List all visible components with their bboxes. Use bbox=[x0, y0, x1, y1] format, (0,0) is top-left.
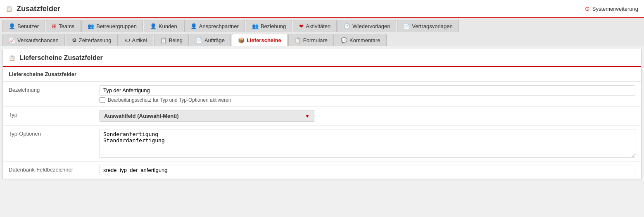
datenbank-field bbox=[100, 165, 635, 175]
wiedervorlagen-label: Wiedervorlagen bbox=[352, 23, 390, 29]
beziehung-icon bbox=[252, 23, 259, 29]
tab-beziehung[interactable]: Beziehung bbox=[246, 20, 292, 32]
bezeichnung-label: Bezeichnung bbox=[9, 85, 100, 93]
ansprechpartner-label: Ansprechpartner bbox=[199, 23, 239, 29]
dropdown-arrow-icon: ▼ bbox=[305, 113, 310, 119]
tab-betreuergruppen[interactable]: Betreuergruppen bbox=[81, 20, 143, 32]
header-left: Zusatzfelder bbox=[6, 5, 60, 13]
system-extension[interactable]: Systemerweiterung bbox=[585, 5, 638, 12]
bezeichnung-field: Bearbeitungsschutz für Typ und Typ-Optio… bbox=[100, 85, 635, 103]
verkaufschancen-label: Verkaufschancen bbox=[17, 37, 59, 43]
artikel-label: Artikel bbox=[132, 37, 147, 43]
kunden-label: Kunden bbox=[159, 23, 177, 29]
checkbox-label: Bearbeitungsschutz für Typ und Typ-Optio… bbox=[108, 97, 231, 103]
tab-row-1: BenutzerTeamsBetreuergruppenKundenAnspre… bbox=[0, 18, 644, 32]
betreuergruppen-icon bbox=[88, 23, 94, 29]
page-header: Zusatzfelder Systemerweiterung bbox=[0, 0, 644, 18]
tab-zeiterfassung[interactable]: Zeiterfassung bbox=[66, 34, 118, 46]
tab-auftraege[interactable]: Aufträge bbox=[190, 34, 231, 46]
lieferscheine-icon bbox=[238, 37, 245, 43]
tab-teams[interactable]: Teams bbox=[46, 20, 81, 32]
wiedervorlagen-icon bbox=[344, 23, 350, 29]
typ-dropdown[interactable]: Auswahlfeld (Auswahl-Menü) ▼ bbox=[100, 110, 314, 122]
typ-optionen-row: Typ-Optionen Sonderanfertigung Standarda… bbox=[3, 126, 641, 162]
tab-wiedervorlagen[interactable]: Wiedervorlagen bbox=[337, 20, 396, 32]
kommentare-label: Kommentare bbox=[349, 37, 380, 43]
tab-benutzer[interactable]: Benutzer bbox=[2, 20, 45, 32]
tab-ansprechpartner[interactable]: Ansprechpartner bbox=[184, 20, 245, 32]
kunden-icon bbox=[150, 23, 157, 29]
system-icon bbox=[585, 5, 590, 12]
content-section-icon bbox=[9, 53, 15, 62]
content-area: Lieferscheine Zusatzfelder Lieferscheine… bbox=[2, 49, 642, 179]
typ-optionen-textarea[interactable]: Sonderanfertigung Standardanfertigung bbox=[100, 129, 635, 158]
formulare-icon bbox=[295, 37, 301, 43]
verkaufschancen-icon bbox=[9, 37, 15, 43]
teams-icon bbox=[52, 23, 57, 29]
content-header: Lieferscheine Zusatzfelder bbox=[3, 49, 641, 67]
tab-artikel[interactable]: Artikel bbox=[119, 34, 153, 46]
tab-row-2: VerkaufschancenZeiterfassungArtikelBeleg… bbox=[0, 32, 644, 46]
tab-vertragsvorlagen[interactable]: Vertragsvorlagen bbox=[397, 20, 459, 32]
tab-kommentare[interactable]: Kommentare bbox=[335, 34, 386, 46]
form-section: Lieferscheine Zusatzfelder Bezeichnung B… bbox=[3, 67, 641, 179]
zeiterfassung-icon bbox=[72, 37, 77, 43]
datenbank-label: Datenbank-Feldbezeichner bbox=[9, 165, 100, 173]
bezeichnung-row: Bezeichnung Bearbeitungsschutz für Typ u… bbox=[3, 82, 641, 107]
auftraege-icon bbox=[196, 37, 202, 43]
tab-kunden[interactable]: Kunden bbox=[144, 20, 183, 32]
beleg-icon bbox=[160, 37, 167, 43]
checkbox-row: Bearbeitungsschutz für Typ und Typ-Optio… bbox=[100, 97, 635, 103]
tab-formulare[interactable]: Formulare bbox=[288, 34, 334, 46]
beziehung-label: Beziehung bbox=[261, 23, 286, 29]
form-section-title: Lieferscheine Zusatzfelder bbox=[3, 67, 641, 82]
bezeichnung-input[interactable] bbox=[100, 85, 635, 95]
kommentare-icon bbox=[341, 37, 347, 43]
benutzer-icon bbox=[9, 23, 15, 29]
vertragsvorlagen-icon bbox=[403, 23, 410, 29]
beleg-label: Beleg bbox=[169, 37, 183, 43]
lieferscheine-label: Lieferscheine bbox=[247, 37, 281, 43]
benutzer-label: Benutzer bbox=[17, 23, 39, 29]
typ-row: Typ Auswahlfeld (Auswahl-Menü) ▼ bbox=[3, 107, 641, 126]
tab-verkaufschancen[interactable]: Verkaufschancen bbox=[2, 34, 65, 46]
tab-aktivitaeten[interactable]: Aktivitäten bbox=[293, 20, 337, 32]
auftraege-label: Aufträge bbox=[204, 37, 225, 43]
aktivitaeten-label: Aktivitäten bbox=[306, 23, 330, 29]
typ-dropdown-value: Auswahlfeld (Auswahl-Menü) bbox=[104, 113, 179, 119]
artikel-icon bbox=[125, 37, 130, 43]
zeiterfassung-label: Zeiterfassung bbox=[79, 37, 112, 43]
formulare-label: Formulare bbox=[303, 37, 328, 43]
ansprechpartner-icon bbox=[190, 23, 197, 29]
typ-optionen-field: Sonderanfertigung Standardanfertigung bbox=[100, 129, 635, 158]
vertragsvorlagen-label: Vertragsvorlagen bbox=[412, 23, 452, 29]
typ-optionen-label: Typ-Optionen bbox=[9, 129, 100, 137]
system-extension-label: Systemerweiterung bbox=[592, 6, 638, 12]
typ-label: Typ bbox=[9, 110, 100, 118]
tab-lieferscheine[interactable]: Lieferscheine bbox=[232, 34, 288, 46]
bearbeitungsschutz-checkbox[interactable] bbox=[100, 97, 105, 103]
datenbank-row: Datenbank-Feldbezeichner bbox=[3, 162, 641, 179]
page-title: Zusatzfelder bbox=[17, 5, 60, 13]
header-icon bbox=[6, 5, 12, 12]
typ-field: Auswahlfeld (Auswahl-Menü) ▼ bbox=[100, 110, 635, 122]
datenbank-input[interactable] bbox=[100, 165, 635, 175]
aktivitaeten-icon bbox=[299, 23, 304, 29]
teams-label: Teams bbox=[59, 23, 74, 29]
tab-beleg[interactable]: Beleg bbox=[154, 34, 189, 46]
betreuergruppen-label: Betreuergruppen bbox=[96, 23, 137, 29]
content-header-title: Lieferscheine Zusatzfelder bbox=[19, 54, 103, 62]
